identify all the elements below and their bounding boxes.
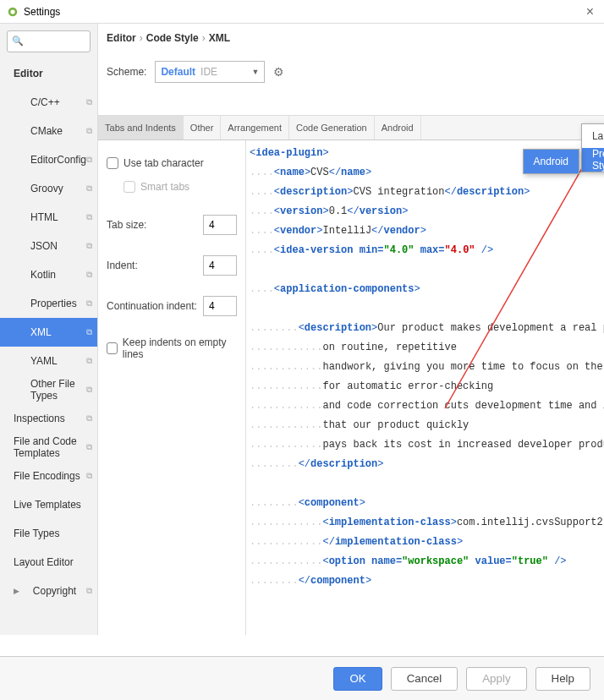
copy-icon: ⧉ — [86, 356, 92, 366]
tab-tabs-and-indents[interactable]: Tabs and Indents — [98, 116, 184, 139]
indent-label: Indent: — [107, 260, 138, 271]
indent-input[interactable] — [203, 255, 237, 276]
chevron-right-icon: ▶ — [14, 587, 19, 595]
menu-predefined-style[interactable]: Predefined Style▶ — [582, 148, 604, 172]
tree-editor[interactable]: Editor — [0, 59, 97, 88]
dialog-footer: OK Cancel Apply Help — [0, 656, 604, 700]
copy-icon: ⧉ — [86, 241, 92, 251]
copy-icon: ⧉ — [86, 385, 92, 395]
tab-code-generation[interactable]: Code Generation — [289, 116, 375, 139]
tab-android[interactable]: Android — [375, 116, 421, 139]
copy-icon: ⧉ — [86, 270, 92, 280]
keep-indents-checkbox[interactable]: Keep indents on empty lines — [107, 336, 237, 360]
copy-icon: ⧉ — [86, 586, 92, 596]
tree-item-file-types[interactable]: File Types — [0, 519, 97, 548]
copy-icon: ⧉ — [86, 327, 92, 337]
tree-item-other-file-types[interactable]: Other File Types⧉ — [0, 375, 97, 404]
tree-item-layout-editor[interactable]: Layout Editor — [0, 548, 97, 577]
copy-icon: ⧉ — [86, 97, 92, 107]
tree-item-xml[interactable]: XML⧉ — [0, 318, 97, 347]
tab-other[interactable]: Other — [184, 116, 222, 139]
code-preview: <idea-plugin>....<name>CVS</name>....<de… — [246, 140, 604, 635]
tab-arrangement[interactable]: Arrangement — [221, 116, 289, 139]
tree-item-file-encodings[interactable]: File Encodings⧉ — [0, 462, 97, 490]
tree-item-inspections[interactable]: Inspections⧉ — [0, 404, 97, 433]
tree-item-yaml[interactable]: YAML⧉ — [0, 347, 97, 375]
cont-indent-label: Continuation indent: — [107, 300, 197, 312]
chevron-down-icon: ▼ — [251, 68, 259, 76]
help-button[interactable]: Help — [535, 667, 590, 691]
smart-tabs-checkbox: Smart tabs — [124, 181, 237, 193]
svg-point-1 — [10, 9, 14, 14]
tab-size-input[interactable] — [203, 215, 237, 235]
cancel-button[interactable]: Cancel — [391, 667, 458, 691]
tab-bar: Tabs and IndentsOtherArrangementCode Gen… — [98, 115, 604, 140]
ok-button[interactable]: OK — [333, 667, 382, 691]
copy-icon: ⧉ — [86, 183, 92, 194]
indent-form: Use tab character Smart tabs Tab size: I… — [98, 140, 246, 635]
copy-icon: ⧉ — [86, 212, 92, 222]
apply-button[interactable]: Apply — [466, 667, 526, 691]
tree-item-groovy[interactable]: Groovy⧉ — [0, 174, 97, 203]
copy-icon: ⧉ — [86, 298, 92, 309]
app-icon — [7, 6, 19, 18]
content-panel: Editor›Code Style›XML Scheme: Default ID… — [98, 24, 604, 635]
settings-tree: EditorC/C++⧉CMake⧉EditorConfig⧉Groovy⧉HT… — [0, 59, 97, 635]
gear-icon[interactable]: ⚙ — [273, 65, 284, 79]
copy-icon: ⧉ — [86, 155, 92, 165]
menu-language[interactable]: Language▶ — [582, 124, 604, 148]
close-icon[interactable]: × — [583, 4, 597, 19]
tree-item-copyright[interactable]: ▶Copyright⧉ — [0, 577, 97, 605]
breadcrumb: Editor›Code Style›XML — [98, 24, 604, 49]
tree-item-live-templates[interactable]: Live Templates — [0, 490, 97, 519]
sidebar: 🔍 EditorC/C++⧉CMake⧉EditorConfig⧉Groovy⧉… — [0, 24, 98, 635]
set-from-menu: Language▶ Predefined Style▶ — [581, 123, 604, 172]
menu-android[interactable]: Android — [524, 150, 579, 173]
predefined-submenu: Android — [523, 149, 579, 174]
copy-icon: ⧉ — [86, 442, 92, 452]
copy-icon: ⧉ — [86, 126, 92, 136]
cont-indent-input[interactable] — [203, 296, 237, 316]
tree-item-cmake[interactable]: CMake⧉ — [0, 117, 97, 145]
scheme-select[interactable]: Default IDE ▼ — [155, 61, 265, 83]
tree-item-html[interactable]: HTML⧉ — [0, 203, 97, 232]
tree-item-editorconfig[interactable]: EditorConfig⧉ — [0, 145, 97, 174]
tree-item-properties[interactable]: Properties⧉ — [0, 289, 97, 318]
tree-item-c-c-[interactable]: C/C++⧉ — [0, 88, 97, 117]
title-bar: Settings × — [0, 0, 604, 24]
search-icon: 🔍 — [12, 36, 24, 46]
copy-icon: ⧉ — [86, 413, 92, 424]
copy-icon: ⧉ — [86, 471, 92, 481]
use-tab-checkbox[interactable]: Use tab character — [107, 157, 237, 169]
scheme-label: Scheme: — [107, 66, 146, 78]
tree-item-file-and-code-templates[interactable]: File and Code Templates⧉ — [0, 433, 97, 462]
tree-item-json[interactable]: JSON⧉ — [0, 232, 97, 260]
tree-item-kotlin[interactable]: Kotlin⧉ — [0, 260, 97, 289]
window-title: Settings — [24, 6, 60, 18]
tab-size-label: Tab size: — [107, 219, 146, 231]
